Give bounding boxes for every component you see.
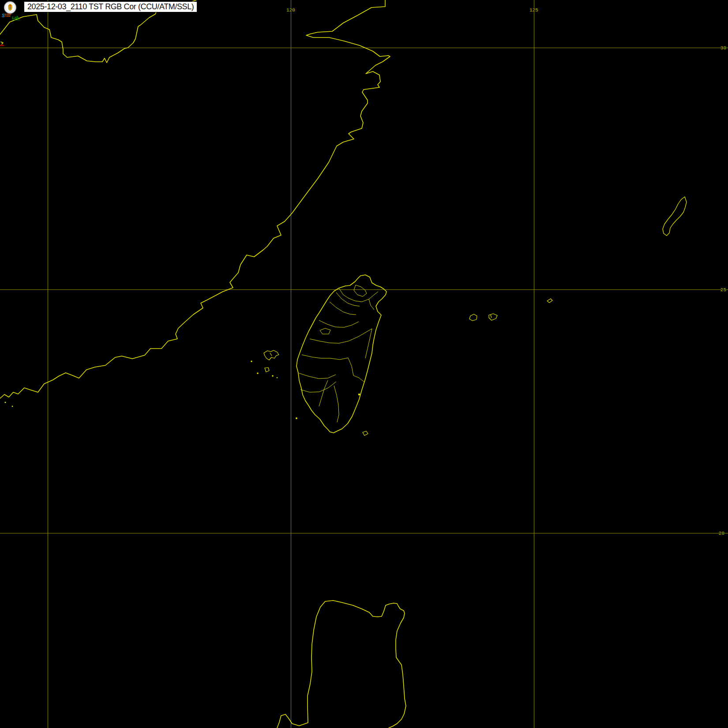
graticule-labels: 120 125 30 25 20	[286, 8, 726, 536]
china-coast-islet-1	[4, 402, 6, 403]
lat-label-20: 20	[719, 531, 724, 536]
lab-wordmark-initial: S	[2, 13, 5, 18]
lon-label-120: 120	[286, 8, 295, 13]
ishigaki-island	[489, 314, 497, 320]
lon-label-125: 125	[529, 8, 538, 13]
title-bar: 2025-12-03_2110 TST RGB Cor (CCU/ATM/SSL…	[24, 1, 197, 12]
lat-label-25: 25	[720, 287, 726, 293]
left-edge-islet	[1, 42, 3, 44]
lab-wordmark-bottom: TORM	[5, 15, 11, 17]
product-title: 2025-12-03_2110 TST RGB Cor (CCU/ATM/SSL…	[27, 2, 194, 11]
lat-label-30: 30	[720, 45, 726, 51]
iriomote-island	[469, 314, 477, 321]
lab-wordmark: SEVERETORMLab.	[2, 13, 24, 19]
satellite-map-viewport: 120 125 30 25 20 SEVERETORMLab. 2025-12-…	[0, 0, 728, 728]
coastline-luzon	[277, 600, 406, 728]
okinawa-island	[663, 197, 687, 236]
lab-wordmark-stack: EVERETORM	[5, 14, 11, 17]
miyako-island	[547, 299, 552, 303]
satellite-map-canvas: 120 125 30 25 20	[0, 0, 728, 728]
xiaoliuqiu-island	[296, 417, 297, 419]
orchid-island	[363, 431, 368, 435]
china-coast-islet-2	[12, 406, 13, 407]
lab-logo: SEVERETORMLab.	[4, 1, 24, 19]
graticule	[0, 0, 728, 728]
taiwan-county-boundaries	[299, 285, 378, 422]
lab-wordmark-lab: Lab.	[12, 16, 20, 20]
coastline-china-southeast	[0, 0, 390, 398]
green-island	[358, 394, 360, 395]
penghu-islands	[251, 350, 279, 378]
